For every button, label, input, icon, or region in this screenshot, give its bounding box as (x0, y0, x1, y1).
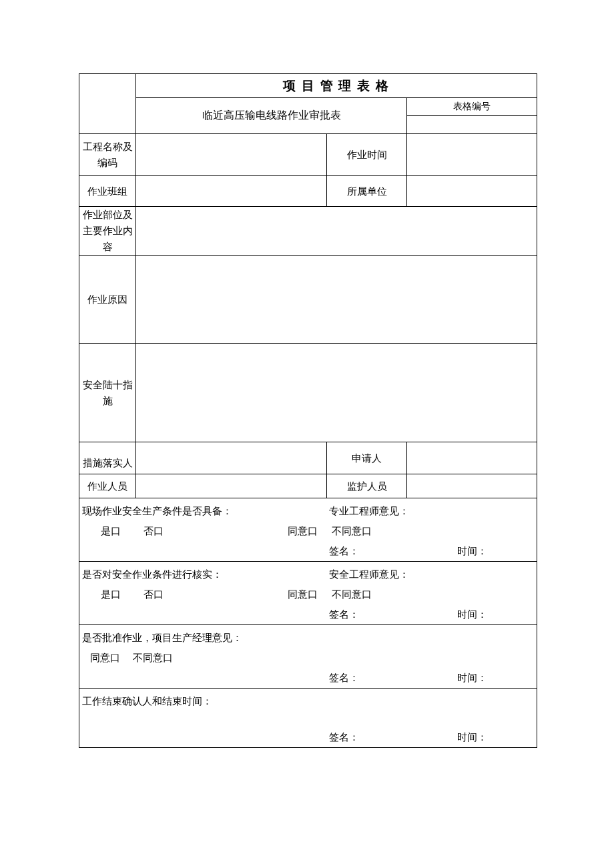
field-applicant[interactable] (407, 442, 537, 474)
label-guardian: 监护人员 (327, 474, 407, 498)
q-prof-engineer: 专业工程师意见： (329, 501, 537, 521)
sign-label: 签名： (329, 604, 454, 624)
label-workers: 作业人员 (79, 474, 136, 498)
field-unit[interactable] (407, 176, 537, 207)
q-finish: 工作结束确认人和结束时间： (81, 691, 537, 711)
chk-agree[interactable]: 同意口 (288, 584, 329, 604)
form-subtitle: 临近高压输电线路作业审批表 (136, 98, 407, 134)
field-guardian[interactable] (407, 474, 537, 498)
form-no-value[interactable] (407, 116, 537, 134)
field-measures[interactable] (136, 344, 537, 442)
sign-label: 签名： (329, 668, 454, 688)
section-verify-conditions[interactable]: 是否对安全作业条件进行核实： 是口 否口 安全工程师意见： 同意口 不同意口 签… (79, 562, 537, 625)
chk-yes[interactable]: 是口 (101, 584, 141, 604)
chk-disagree[interactable]: 不同意口 (332, 584, 372, 604)
chk-yes[interactable]: 是口 (101, 521, 141, 541)
q-conditions: 现场作业安全生产条件是否具备： (81, 501, 329, 521)
chk-disagree[interactable]: 不同意口 (133, 648, 173, 668)
section-approve[interactable]: 是否批准作业，项目生产经理意见： 同意口 不同意口 签名： 时间： (79, 625, 537, 689)
field-reason[interactable] (136, 256, 537, 344)
label-reason: 作业原因 (79, 256, 136, 344)
logo-cell (79, 74, 136, 134)
field-part-content[interactable] (136, 207, 537, 256)
label-impl-person: 措施落实人 (79, 442, 136, 474)
chk-agree[interactable]: 同意口 (288, 521, 329, 541)
time-label: 时间： (457, 727, 487, 747)
chk-agree[interactable]: 同意口 (90, 648, 130, 668)
chk-disagree[interactable]: 不同意口 (332, 521, 372, 541)
q-safety-engineer: 安全工程师意见： (329, 564, 537, 584)
field-workers[interactable] (136, 474, 327, 498)
time-label: 时间： (457, 668, 487, 688)
label-measures: 安全陆十指施 (79, 344, 136, 442)
field-work-time[interactable] (407, 134, 537, 176)
label-applicant: 申请人 (327, 442, 407, 474)
field-impl-person[interactable] (136, 442, 327, 474)
time-label: 时间： (457, 541, 487, 561)
sign-label: 签名： (329, 541, 454, 561)
q-verify: 是否对安全作业条件进行核实： (81, 564, 329, 584)
time-label: 时间： (457, 604, 487, 624)
chk-no[interactable]: 否口 (143, 584, 184, 604)
label-unit: 所属单位 (327, 176, 407, 207)
label-team: 作业班组 (79, 176, 136, 207)
label-part-content: 作业部位及主要作业内容 (79, 207, 136, 256)
chk-no[interactable]: 否口 (143, 521, 184, 541)
label-proj-name: 工程名称及编码 (79, 134, 136, 176)
form-title: 项 目 管 理 表 格 (136, 74, 537, 98)
field-team[interactable] (136, 176, 327, 207)
sign-label: 签名： (329, 727, 454, 747)
form-no-label: 表格编号 (407, 98, 537, 116)
q-approve: 是否批准作业，项目生产经理意见： (81, 628, 537, 648)
approval-form-table: 项 目 管 理 表 格 临近高压输电线路作业审批表 表格编号 工程名称及编码 作… (79, 73, 537, 748)
label-work-time: 作业时间 (327, 134, 407, 176)
section-finish[interactable]: 工作结束确认人和结束时间： 签名： 时间： (79, 689, 537, 748)
section-onsite-conditions[interactable]: 现场作业安全生产条件是否具备： 是口 否口 专业工程师意见： 同意口 不同意口 … (79, 498, 537, 562)
field-proj-name[interactable] (136, 134, 327, 176)
